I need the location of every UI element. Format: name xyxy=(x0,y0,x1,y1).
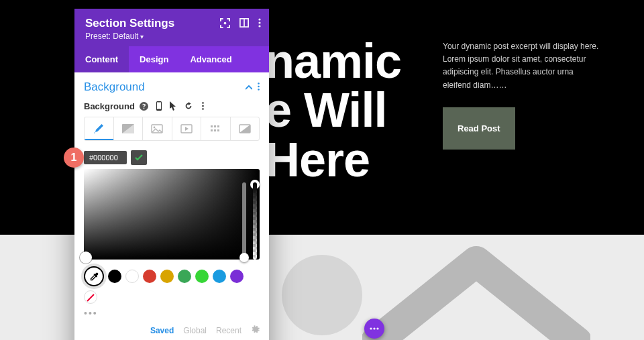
palette-settings-icon[interactable] xyxy=(251,325,260,336)
post-excerpt: Your dynamic post excerpt will display h… xyxy=(443,40,604,92)
swatch-lime[interactable] xyxy=(195,270,209,283)
svg-point-14 xyxy=(203,108,205,110)
svg-rect-20 xyxy=(214,125,216,127)
panel-tabs: Content Design Advanced xyxy=(74,46,269,72)
svg-point-17 xyxy=(154,127,156,129)
decorative-chevron xyxy=(362,241,590,340)
svg-point-8 xyxy=(258,86,260,88)
layout-icon[interactable] xyxy=(239,18,249,31)
tab-design[interactable]: Design xyxy=(129,46,179,72)
svg-point-5 xyxy=(258,21,260,23)
palette-tab-recent[interactable]: Recent xyxy=(216,326,241,335)
svg-point-0 xyxy=(370,327,372,329)
swatch-red[interactable] xyxy=(143,270,156,283)
focus-icon[interactable] xyxy=(220,18,230,31)
hero-line-3: Here xyxy=(265,135,401,184)
palette-tab-global[interactable]: Global xyxy=(183,326,207,335)
phone-icon[interactable] xyxy=(154,101,164,111)
bg-type-color[interactable] xyxy=(85,117,114,140)
svg-point-3 xyxy=(224,22,227,25)
saturation-value-area[interactable] xyxy=(84,169,260,260)
svg-point-1 xyxy=(373,327,375,329)
decorative-circle xyxy=(282,255,362,335)
background-type-tabs xyxy=(84,117,260,141)
module-add-fab[interactable] xyxy=(364,319,384,339)
section-more-icon[interactable] xyxy=(258,81,260,93)
hero-title: namic e Will Here xyxy=(265,37,401,184)
swatch-row xyxy=(84,266,260,304)
alpha-knob[interactable] xyxy=(250,180,260,189)
svg-rect-11 xyxy=(157,103,161,109)
row-more-icon[interactable] xyxy=(198,101,209,111)
help-icon[interactable] xyxy=(139,101,150,111)
svg-rect-24 xyxy=(217,129,219,131)
swatch-transparent[interactable] xyxy=(84,290,97,304)
svg-point-9 xyxy=(258,89,260,91)
section-toggle-background[interactable]: Background xyxy=(84,80,260,94)
hex-confirm-button[interactable] xyxy=(131,150,147,165)
alpha-slider[interactable] xyxy=(253,182,257,260)
svg-point-7 xyxy=(258,82,260,84)
swatch-amber[interactable] xyxy=(160,270,174,283)
svg-point-4 xyxy=(258,18,260,20)
swatch-white[interactable] xyxy=(125,270,139,283)
pointer-icon[interactable] xyxy=(168,101,179,111)
swatch-purple[interactable] xyxy=(230,270,244,283)
palette-tabs: Saved Global Recent xyxy=(84,325,260,336)
background-label: Background xyxy=(84,101,135,111)
hex-input[interactable] xyxy=(84,151,127,164)
read-post-button[interactable]: Read Post xyxy=(443,107,515,150)
sv-handle[interactable] xyxy=(80,251,92,264)
svg-rect-21 xyxy=(217,125,219,127)
eyedropper-button[interactable] xyxy=(84,266,104,286)
svg-rect-23 xyxy=(214,129,216,131)
hero-line-1: namic xyxy=(265,37,401,86)
section-title-background: Background xyxy=(84,80,145,94)
svg-point-13 xyxy=(203,105,205,107)
svg-point-6 xyxy=(258,25,260,27)
callout-badge-1: 1 xyxy=(64,148,84,168)
reset-icon[interactable] xyxy=(183,101,194,111)
more-icon[interactable] xyxy=(258,18,261,31)
bg-type-video[interactable] xyxy=(172,117,202,140)
preset-dropdown[interactable]: Preset: Default xyxy=(85,32,258,41)
swatch-blue[interactable] xyxy=(213,270,226,283)
hero-line-2: e Will xyxy=(265,86,401,135)
tab-content[interactable]: Content xyxy=(74,46,129,72)
tab-advanced[interactable]: Advanced xyxy=(179,46,242,72)
bg-type-mask[interactable] xyxy=(231,117,260,140)
palette-tab-saved[interactable]: Saved xyxy=(150,326,174,335)
chevron-up-icon xyxy=(246,81,252,93)
bg-type-pattern[interactable] xyxy=(201,117,231,140)
more-swatches-icon[interactable]: ••• xyxy=(84,308,260,319)
svg-point-12 xyxy=(203,102,205,104)
svg-rect-22 xyxy=(211,129,213,131)
svg-rect-19 xyxy=(211,125,213,127)
swatch-black[interactable] xyxy=(108,270,121,283)
bg-type-image[interactable] xyxy=(143,117,172,140)
section-settings-panel: Section Settings Preset: Default Content… xyxy=(74,9,269,340)
bg-type-gradient[interactable] xyxy=(114,117,144,140)
swatch-green[interactable] xyxy=(178,270,191,283)
hue-knob[interactable] xyxy=(239,253,249,262)
panel-header: Section Settings Preset: Default xyxy=(74,9,269,46)
svg-point-2 xyxy=(376,327,378,329)
background-row-header: Background xyxy=(84,101,260,111)
hue-slider[interactable] xyxy=(242,182,246,260)
color-picker: ••• Saved Global Recent xyxy=(84,150,260,340)
